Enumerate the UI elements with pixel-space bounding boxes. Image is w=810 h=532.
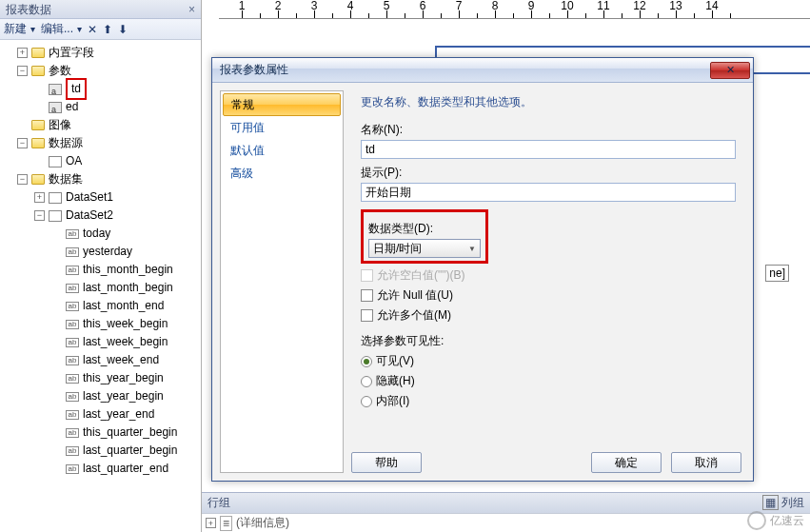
collapse-icon[interactable]: − [17, 174, 28, 185]
tree-datasources[interactable]: 数据源 [49, 134, 83, 152]
name-label: 名称(N): [361, 122, 736, 138]
up-button[interactable]: ⬆ [103, 23, 112, 36]
tree-field[interactable]: ablast_week_end [4, 351, 201, 369]
dialog-titlebar[interactable]: 报表参数属性 ✕ [212, 58, 753, 83]
form-caption: 更改名称、数据类型和其他选项。 [361, 94, 736, 110]
panel-close-icon[interactable]: × [188, 0, 195, 19]
field-icon: ab [66, 356, 79, 365]
cancel-button[interactable]: 取消 [671, 452, 741, 473]
field-icon: ab [66, 374, 79, 384]
tree-field[interactable]: abyesterday [4, 243, 201, 261]
tree-field[interactable]: abthis_year_begin [4, 369, 201, 387]
field-icon: ab [66, 410, 79, 420]
name-input[interactable] [361, 140, 736, 159]
ok-button[interactable]: 确定 [591, 452, 662, 473]
tree-param-ed[interactable]: ed [66, 98, 78, 116]
help-button[interactable]: 帮助 [351, 452, 422, 473]
tab-available-values[interactable]: 可用值 [223, 116, 341, 139]
visibility-label: 选择参数可见性: [361, 333, 736, 349]
dataset-icon [49, 192, 62, 204]
collapse-icon[interactable]: − [17, 66, 28, 76]
tree-field[interactable]: abthis_quarter_begin [4, 424, 201, 442]
watermark: 亿速云 [747, 511, 804, 530]
watermark-logo-icon [747, 511, 766, 530]
field-icon: ab [66, 428, 79, 438]
field-icon: ab [66, 392, 79, 402]
dialog-title: 报表参数属性 [220, 62, 288, 78]
new-button[interactable]: 新建 [4, 21, 35, 37]
down-button[interactable]: ⬇ [118, 23, 128, 36]
collapse-icon[interactable]: − [17, 138, 28, 148]
expand-icon[interactable]: + [17, 48, 28, 58]
field-icon: ab [66, 446, 79, 456]
prompt-input[interactable] [361, 183, 736, 202]
field-icon: ab [66, 266, 79, 275]
field-icon: ab [66, 320, 79, 329]
tree-field[interactable]: ablast_month_end [4, 297, 201, 315]
report-data-panel: 报表数据 × 新建 编辑... ✕ ⬆ ⬇ +内置字段 −参数 td ed 图像… [0, 0, 202, 532]
radio-visible[interactable]: 可见(V) [361, 353, 736, 369]
tree-field[interactable]: ablast_year_end [4, 405, 201, 424]
tab-default-values[interactable]: 默认值 [223, 139, 341, 162]
dialog-tabs: 常规 可用值 默认值 高级 [220, 90, 344, 473]
collapse-icon[interactable]: − [34, 210, 45, 221]
tab-advanced[interactable]: 高级 [223, 162, 341, 185]
dialog-form: 更改名称、数据类型和其他选项。 名称(N): 提示(P): 数据类型(D): 日… [344, 83, 753, 481]
field-icon: ab [66, 338, 79, 347]
tree-datasets[interactable]: 数据集 [49, 170, 83, 188]
radio-hidden[interactable]: 隐藏(H) [361, 373, 736, 389]
row-groups-label: 行组 [207, 495, 230, 511]
tree-param-td[interactable]: td [66, 78, 87, 100]
datatype-select[interactable]: 日期/时间 [368, 239, 481, 258]
field-icon: ab [66, 284, 79, 293]
detail-label: (详细信息) [236, 515, 289, 531]
report-tree[interactable]: +内置字段 −参数 td ed 图像 −数据源 OA −数据集 +DataSet… [0, 40, 201, 482]
field-icon: ab [66, 229, 79, 239]
parameter-icon [49, 84, 62, 95]
tree-field[interactable]: ablast_quarter_end [4, 460, 201, 478]
parameter-properties-dialog: 报表参数属性 ✕ 常规 可用值 默认值 高级 更改名称、数据类型和其他选项。 名… [211, 57, 754, 482]
tree-field[interactable]: ablast_year_begin [4, 387, 201, 405]
tree-field[interactable]: abtoday [4, 225, 201, 243]
partial-control-label: ne] [765, 265, 789, 282]
tree-field[interactable]: ablast_week_begin [4, 333, 201, 351]
edit-button[interactable]: 编辑... [41, 21, 82, 37]
tab-general[interactable]: 常规 [223, 93, 341, 116]
tree-field[interactable]: abthis_month_begin [4, 261, 201, 279]
dataset-icon [49, 210, 62, 222]
expand-icon[interactable]: + [206, 518, 216, 528]
allow-multi-checkbox[interactable]: 允许多个值(M) [361, 307, 736, 324]
detail-toggle-icon[interactable]: ≡ [220, 516, 232, 531]
detail-bar: + ≡ (详细信息) [202, 513, 810, 532]
group-panel: 行组 ▦ 列组 [202, 492, 810, 513]
datatype-label: 数据类型(D): [368, 221, 481, 237]
tree-field[interactable]: abthis_week_begin [4, 315, 201, 333]
field-icon: ab [66, 464, 79, 474]
allow-null-checkbox[interactable]: 允许 Null 值(U) [361, 287, 736, 304]
radio-internal[interactable]: 内部(I) [361, 393, 736, 409]
panel-title: 报表数据 [6, 0, 51, 19]
tree-builtin-fields[interactable]: 内置字段 [49, 44, 94, 62]
tree-images[interactable]: 图像 [49, 116, 71, 134]
parameter-icon [49, 102, 62, 113]
panel-header: 报表数据 × [0, 0, 201, 19]
tree-dataset2[interactable]: DataSet2 [66, 207, 113, 225]
tree-field[interactable]: ablast_quarter_begin [4, 442, 201, 460]
field-icon: ab [66, 247, 79, 257]
tree-field[interactable]: ablast_month_begin [4, 279, 201, 297]
column-groups-label: 列组 [781, 496, 804, 509]
tree-dataset1[interactable]: DataSet1 [66, 188, 113, 207]
tree-datasource-oa[interactable]: OA [66, 152, 82, 170]
panel-toolbar: 新建 编辑... ✕ ⬆ ⬇ [0, 19, 201, 40]
expand-icon[interactable]: + [34, 192, 45, 203]
grid-icon[interactable]: ▦ [762, 495, 779, 510]
delete-button[interactable]: ✕ [88, 23, 97, 36]
horizontal-ruler: 1234567891011121314 [219, 0, 810, 19]
close-icon[interactable]: ✕ [710, 62, 750, 79]
prompt-label: 提示(P): [361, 165, 736, 181]
allow-blank-checkbox: 允许空白值("")(B) [361, 267, 736, 284]
field-icon: ab [66, 302, 79, 311]
datasource-icon [49, 156, 62, 167]
